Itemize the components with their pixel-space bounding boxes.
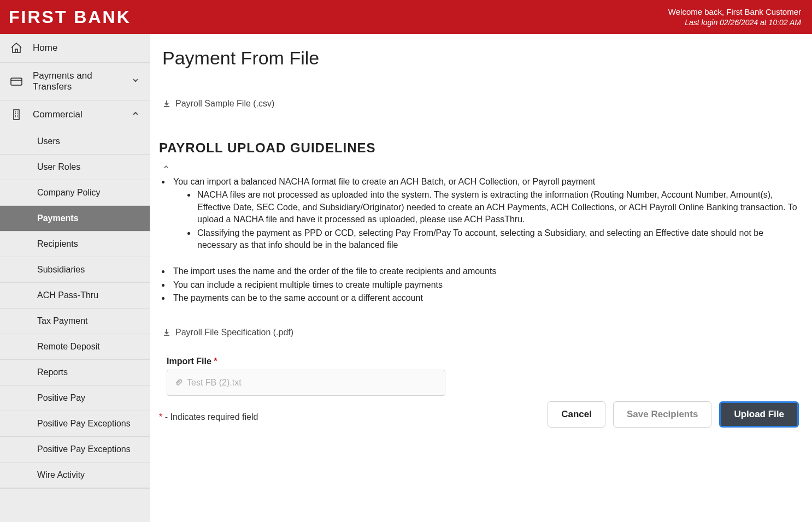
main-content: Payment From File Payroll Sample File (.…: [150, 34, 812, 522]
save-recipients-button[interactable]: Save Recipients: [613, 401, 711, 428]
header-user-info: Welcome back, First Bank Customer Last l…: [668, 6, 801, 28]
import-file-value: Test FB (2).txt: [187, 378, 242, 388]
sidebar-subitem-tax-payment[interactable]: Tax Payment: [0, 309, 150, 334]
download-icon: [162, 328, 171, 337]
sidebar-subitem-remote-deposit[interactable]: Remote Deposit: [0, 334, 150, 360]
guideline-item: The payments can be to the same account …: [170, 292, 803, 304]
sidebar-subitem-subsidiaries[interactable]: Subsidiaries: [0, 257, 150, 283]
sidebar-subitem-wire-activity[interactable]: Wire Activity: [0, 462, 150, 488]
sidebar-item-payments-transfers[interactable]: Payments and Transfers: [0, 63, 150, 100]
guideline-subitem: Classifying the payment as PPD or CCD, s…: [196, 227, 803, 252]
sidebar-subitem-payments[interactable]: Payments: [0, 206, 150, 232]
guideline-item: The import uses the name and the order o…: [170, 265, 803, 277]
welcome-text: Welcome back, First Bank Customer: [668, 6, 801, 17]
building-icon: [10, 108, 23, 121]
spec-file-link[interactable]: Payroll File Specification (.pdf): [162, 328, 293, 337]
download-icon: [162, 99, 171, 108]
sidebar-subitem-user-roles[interactable]: User Roles: [0, 155, 150, 180]
sidebar-subitem-positive-pay-exceptions[interactable]: Positive Pay Exceptions: [0, 437, 150, 462]
spec-file-label: Payroll File Specification (.pdf): [175, 328, 293, 337]
sidebar-label: Home: [33, 43, 57, 54]
sidebar-item-commercial[interactable]: Commercial: [0, 100, 150, 129]
import-file-label: Import File *: [167, 357, 803, 366]
import-file-input[interactable]: Test FB (2).txt: [167, 370, 445, 396]
chevron-up-icon: [162, 163, 170, 171]
guideline-item: You can include a recipient multiple tim…: [170, 279, 803, 291]
home-icon: [10, 41, 23, 55]
sidebar-subitem-positive-pay[interactable]: Positive Pay: [0, 385, 150, 411]
page-title: Payment From File: [162, 48, 803, 69]
sidebar-subitem-users[interactable]: Users: [0, 129, 150, 155]
guideline-item: You can import a balanced NACHA format f…: [170, 176, 803, 251]
card-icon: [10, 75, 23, 88]
app-header: FIRST BANK Welcome back, First Bank Cust…: [0, 0, 812, 34]
upload-file-button[interactable]: Upload File: [719, 401, 799, 428]
bank-logo: FIRST BANK: [9, 7, 131, 27]
svg-rect-1: [14, 110, 19, 120]
sidebar-label: Payments and Transfers: [33, 70, 121, 92]
chevron-down-icon: [131, 76, 140, 87]
collapse-toggle[interactable]: [162, 163, 803, 173]
sidebar-subitem-ach-pass-thru[interactable]: ACH Pass-Thru: [0, 283, 150, 309]
svg-rect-0: [11, 78, 22, 85]
sample-file-link[interactable]: Payroll Sample File (.csv): [162, 99, 274, 109]
sidebar-item-home[interactable]: Home: [0, 34, 150, 62]
sidebar-subitem-positive-pay-exceptions[interactable]: Positive Pay Exceptions: [0, 411, 150, 437]
sidebar-label: Commercial: [33, 109, 83, 120]
chevron-up-icon: [131, 109, 140, 121]
sidebar-subitem-company-policy[interactable]: Company Policy: [0, 180, 150, 206]
sidebar: Home Payments and Transfers Commercial: [0, 34, 150, 522]
cancel-button[interactable]: Cancel: [548, 401, 605, 428]
sample-file-label: Payroll Sample File (.csv): [175, 99, 274, 109]
guideline-subitem: NACHA files are not processed as uploade…: [196, 189, 803, 226]
sidebar-subitem-reports[interactable]: Reports: [0, 360, 150, 385]
last-login-text: Last login 02/26/2024 at 10:02 AM: [668, 17, 801, 28]
sidebar-subitem-recipients[interactable]: Recipients: [0, 232, 150, 257]
paperclip-icon: [175, 379, 183, 387]
guidelines-heading: PAYROLL UPLOAD GUIDELINES: [159, 140, 803, 156]
